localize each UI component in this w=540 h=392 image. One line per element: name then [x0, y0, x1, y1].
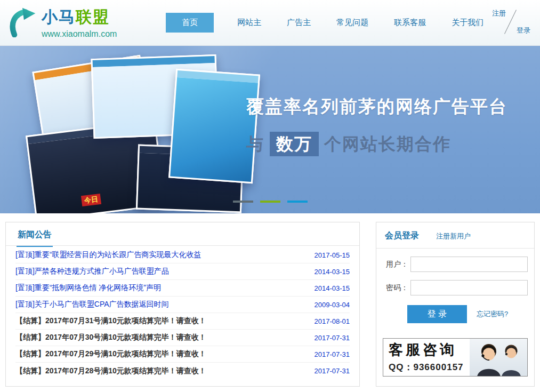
- login-panel: 会员登录 注册新用户 用户： 密码： 登 录 忘记密码? 客服咨询 QQ：936…: [376, 222, 535, 387]
- carousel-dot-3[interactable]: [287, 201, 308, 203]
- register-new-user-link[interactable]: 注册新用户: [436, 231, 471, 241]
- news-item: 【结算】2017年07月28号满10元款项结算完毕！请查收！ 2017-07-3…: [15, 363, 350, 379]
- news-date: 2017-07-31: [315, 367, 350, 375]
- nav-webmaster[interactable]: 网站主: [235, 13, 263, 33]
- banner-headline: 覆盖率名列前茅的网络广告平台: [246, 95, 513, 119]
- news-title: 新闻公告: [17, 222, 53, 247]
- nav-faq[interactable]: 常见问题: [334, 13, 370, 33]
- auth-links: 注册 登录: [490, 6, 531, 37]
- logo-title-green: 联盟: [76, 8, 110, 26]
- logo-url: www.xiaomalm.com: [42, 29, 117, 39]
- news-list: [置顶]重要“联盟经营目的为站长跟广告商实现最大化收益 2017-05-15 […: [6, 246, 359, 381]
- banner-sub-prefix: 与: [246, 134, 264, 154]
- password-label: 密码：: [383, 283, 410, 293]
- news-link[interactable]: [置顶]关于小马广告联盟CPA广告数据返回时间: [15, 300, 169, 309]
- news-date: 2014-03-15: [315, 284, 350, 292]
- login-panel-header: 会员登录 注册新用户: [376, 222, 534, 249]
- nav-home[interactable]: 首页: [166, 13, 214, 33]
- news-item: 【结算】2017年07月29号满10元款项结算完毕！请查收！ 2017-07-3…: [15, 346, 350, 363]
- news-panel-header: 新闻公告: [6, 222, 359, 246]
- news-item: 【结算】2017年07月31号满10元款项结算完毕！请查收！ 2017-08-0…: [15, 313, 350, 330]
- site-header: 小马联盟 www.xiaomalm.com 首页 网站主 广告主 常见问题 联系…: [0, 0, 540, 46]
- news-panel: 新闻公告 [置顶]重要“联盟经营目的为站长跟广告商实现最大化收益 2017-05…: [5, 222, 360, 387]
- password-row: 密码：: [383, 280, 528, 295]
- news-link[interactable]: [置顶]严禁各种违规方式推广小马广告联盟产品: [15, 267, 169, 276]
- news-item: [置顶]严禁各种违规方式推广小马广告联盟产品 2014-03-15: [15, 263, 350, 280]
- news-item: [置顶]关于小马广告联盟CPA广告数据返回时间 2009-03-04: [15, 297, 350, 313]
- news-link[interactable]: 【结算】2017年07月31号满10元款项结算完毕！请查收！: [15, 316, 206, 326]
- banner-collage: 今日: [29, 55, 259, 207]
- logo-title-blue: 小马: [42, 8, 76, 26]
- news-item: 【结算】2017年07月30号满10元款项结算完毕！请查收！ 2017-07-3…: [15, 330, 350, 346]
- hero-banner: 今日 覆盖率名列前茅的网络广告平台 与数万个网站长期合作: [0, 46, 540, 213]
- news-date: 2009-03-04: [315, 301, 350, 309]
- news-date: 2017-07-31: [315, 350, 350, 358]
- forgot-password-link[interactable]: 忘记密码?: [477, 309, 508, 319]
- logo-title: 小马联盟: [42, 6, 117, 28]
- carousel-dot-2[interactable]: [260, 201, 280, 203]
- news-link[interactable]: 【结算】2017年07月29号满10元款项结算完毕！请查收！: [15, 349, 206, 359]
- carousel-indicators: [233, 201, 308, 203]
- login-link[interactable]: 登录: [517, 26, 530, 35]
- service-qq: QQ：936600157: [389, 361, 470, 373]
- main-content: 新闻公告 [置顶]重要“联盟经营目的为站长跟广告商实现最大化收益 2017-05…: [0, 213, 540, 387]
- news-date: 2014-03-15: [315, 268, 350, 276]
- logo-text: 小马联盟 www.xiaomalm.com: [42, 6, 117, 39]
- member-login-title: 会员登录: [385, 230, 419, 242]
- service-text: 客服咨询 QQ：936600157: [383, 339, 470, 376]
- banner-highlight: 数万: [270, 132, 319, 156]
- service-title: 客服咨询: [389, 340, 470, 359]
- register-link[interactable]: 注册: [492, 9, 506, 18]
- auth-divider: [504, 10, 517, 34]
- logo[interactable]: 小马联盟 www.xiaomalm.com: [7, 6, 117, 39]
- news-link[interactable]: 【结算】2017年07月30号满10元款项结算完毕！请查收！: [15, 333, 206, 342]
- news-item: [置顶]重要“联盟经营目的为站长跟广告商实现最大化收益 2017-05-15: [15, 247, 350, 263]
- login-button[interactable]: 登 录: [407, 305, 467, 323]
- banner-sub-suffix: 个网站长期合作: [324, 134, 451, 154]
- nav-about[interactable]: 关于我们: [449, 13, 486, 33]
- news-date: 2017-07-31: [315, 334, 350, 342]
- logo-arrow-icon: [7, 6, 38, 39]
- service-agents-image: [470, 339, 527, 376]
- news-link[interactable]: [置顶]重要“联盟经营目的为站长跟广告商实现最大化收益: [15, 250, 201, 260]
- news-link[interactable]: [置顶]重要“抵制网络色情 净化网络环境”声明: [15, 283, 161, 293]
- username-input[interactable]: [410, 257, 528, 272]
- banner-subline: 与数万个网站长期合作: [246, 132, 513, 156]
- news-item: [置顶]重要“抵制网络色情 净化网络环境”声明 2014-03-15: [15, 280, 350, 297]
- main-nav: 首页 网站主 广告主 常见问题 联系客服 关于我们: [166, 13, 486, 33]
- username-label: 用户：: [383, 260, 410, 269]
- nav-advertiser[interactable]: 广告主: [285, 13, 313, 33]
- news-date: 2017-08-01: [315, 317, 350, 325]
- customer-service-card: 客服咨询 QQ：936600157: [383, 338, 528, 377]
- banner-text: 覆盖率名列前茅的网络广告平台 与数万个网站长期合作: [246, 95, 513, 156]
- news-date: 2017-05-15: [315, 251, 350, 259]
- login-actions: 登 录 忘记密码?: [407, 305, 528, 323]
- news-link[interactable]: 【结算】2017年07月28号满10元款项结算完毕！请查收！: [15, 366, 206, 376]
- password-input[interactable]: [410, 280, 528, 295]
- username-row: 用户：: [383, 257, 528, 272]
- nav-contact[interactable]: 联系客服: [392, 13, 428, 33]
- carousel-dot-1[interactable]: [233, 201, 253, 203]
- login-form: 用户： 密码： 登 录 忘记密码?: [376, 257, 534, 323]
